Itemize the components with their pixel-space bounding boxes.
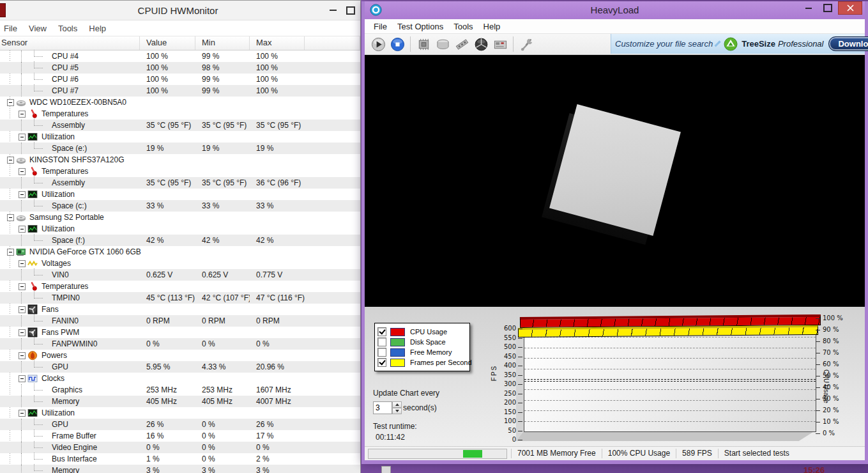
hwmonitor-titlebar[interactable]: CPUID HWMonitor bbox=[0, 1, 360, 20]
cell-max: 33 % bbox=[250, 201, 305, 210]
sensor-row-cpu-6[interactable]: CPU #6100 %99 %100 % bbox=[0, 74, 360, 85]
sensor-row-samsung-s2-portable[interactable]: Samsung S2 Portable bbox=[0, 212, 360, 223]
power-icon bbox=[27, 350, 38, 361]
write-disk-icon[interactable] bbox=[433, 35, 452, 53]
sensor-row-video-engine[interactable]: Video Engine0 %0 %0 % bbox=[0, 442, 360, 453]
download-button[interactable]: Download bbox=[828, 36, 868, 51]
play-button[interactable] bbox=[369, 35, 388, 53]
minimize-button[interactable] bbox=[324, 4, 341, 17]
sensor-row-memory[interactable]: Memory405 MHz405 MHz4007 MHz bbox=[0, 396, 360, 407]
menu-help[interactable]: Help bbox=[478, 20, 506, 33]
expand-box[interactable] bbox=[7, 157, 14, 164]
menu-test-options[interactable]: Test Options bbox=[392, 20, 448, 33]
sensor-row-temperatures[interactable]: Temperatures bbox=[0, 166, 360, 177]
sensor-row-assembly[interactable]: Assembly35 °C (95 °F)35 °C (95 °F)35 °C … bbox=[0, 120, 360, 131]
sensor-row-temperatures[interactable]: Temperatures bbox=[0, 108, 360, 120]
expand-box[interactable] bbox=[19, 283, 26, 290]
menu-help[interactable]: Help bbox=[83, 22, 112, 35]
sensor-row-cpu-7[interactable]: CPU #7100 %99 %100 % bbox=[0, 85, 360, 97]
sensor-row-fanin0[interactable]: FANIN00 RPM0 RPM0 RPM bbox=[0, 315, 360, 327]
sensor-row-fans-pwm[interactable]: Fans PWM bbox=[0, 327, 360, 338]
allocate-memory-icon[interactable] bbox=[452, 35, 471, 53]
sensor-row-kingston-shfs37a120g[interactable]: KINGSTON SHFS37A120G bbox=[0, 154, 360, 166]
sensor-row-nvidia-geforce-gtx-1060-6gb[interactable]: NVIDIA GeForce GTX 1060 6GB bbox=[0, 246, 360, 258]
sensor-row-fans[interactable]: Fans bbox=[0, 304, 360, 315]
heavyload-toolbar: Customize your file search TreeSize Prof… bbox=[365, 34, 865, 55]
sensor-row-temperatures[interactable]: Temperatures bbox=[0, 281, 360, 292]
expand-box[interactable] bbox=[19, 226, 26, 233]
sensor-row-vin0[interactable]: VIN00.625 V0.625 V0.775 V bbox=[0, 269, 360, 281]
minimize-button[interactable] bbox=[800, 1, 818, 15]
expand-box[interactable] bbox=[19, 111, 26, 118]
treesize-ad-banner[interactable]: Customize your file search TreeSize Prof… bbox=[611, 34, 865, 54]
sensor-row-voltages[interactable]: Voltages bbox=[0, 258, 360, 269]
cell-min: 99 % bbox=[195, 52, 250, 61]
expand-box[interactable] bbox=[19, 168, 26, 175]
stress-cpu-icon[interactable] bbox=[414, 35, 433, 53]
sensor-row-memory[interactable]: Memory3 %3 %3 % bbox=[0, 465, 360, 473]
menu-tools[interactable]: Tools bbox=[52, 22, 83, 35]
expand-box[interactable] bbox=[7, 214, 14, 221]
column-header-max[interactable]: Max bbox=[250, 36, 305, 50]
sensor-row-utilization[interactable]: Utilization bbox=[0, 223, 360, 235]
sensor-row-clocks[interactable]: Clocks bbox=[0, 373, 360, 384]
menu-file[interactable]: File bbox=[0, 22, 23, 35]
sensor-row-fanpwmin0[interactable]: FANPWMIN00 %0 %0 % bbox=[0, 338, 360, 350]
left-tick-mark bbox=[518, 421, 522, 422]
sensor-row-gpu[interactable]: GPU5.95 %4.33 %20.96 % bbox=[0, 361, 360, 373]
left-tick-mark bbox=[518, 357, 522, 357]
expand-box[interactable] bbox=[19, 329, 26, 336]
expand-box[interactable] bbox=[7, 249, 14, 256]
sensor-row-bus-interface[interactable]: Bus Interface1 %0 %2 % bbox=[0, 453, 360, 465]
expand-box[interactable] bbox=[19, 375, 26, 382]
cell-min: 0 % bbox=[195, 443, 250, 452]
cell-value: 100 % bbox=[140, 63, 195, 72]
close-button[interactable] bbox=[838, 1, 862, 15]
test-config-icon[interactable] bbox=[491, 35, 510, 53]
cell-max: 26 % bbox=[250, 420, 305, 429]
menu-view[interactable]: View bbox=[23, 22, 52, 35]
stop-button[interactable] bbox=[388, 35, 407, 53]
utilization-icon bbox=[27, 132, 38, 142]
column-header-min[interactable]: Min bbox=[195, 36, 250, 50]
cell-min: 42 % bbox=[195, 236, 250, 245]
tree-guide-line bbox=[21, 200, 22, 212]
heavyload-titlebar[interactable]: HeavyLoad bbox=[365, 1, 865, 19]
sensor-row-utilization[interactable]: Utilization bbox=[0, 189, 360, 200]
expand-box[interactable] bbox=[19, 410, 26, 417]
expand-box[interactable] bbox=[19, 134, 26, 141]
sensor-row-graphics[interactable]: Graphics253 MHz253 MHz1607 MHz bbox=[0, 384, 360, 396]
column-header-value[interactable]: Value bbox=[140, 36, 195, 50]
sensor-row-powers[interactable]: Powers bbox=[0, 350, 360, 361]
maximize-button[interactable] bbox=[819, 1, 837, 15]
test-progress-bar bbox=[368, 449, 507, 459]
menu-tools[interactable]: Tools bbox=[448, 20, 478, 33]
maximize-button[interactable] bbox=[342, 4, 359, 17]
sensor-row-assembly[interactable]: Assembly35 °C (95 °F)35 °C (95 °F)36 °C … bbox=[0, 177, 360, 189]
column-header-sensor[interactable]: Sensor bbox=[0, 36, 140, 50]
cell-min: 42 °C (107 °F) bbox=[195, 293, 250, 302]
sensor-row-space-f-[interactable]: Space (f:)42 %42 %42 % bbox=[0, 235, 360, 246]
expand-box[interactable] bbox=[7, 99, 14, 106]
sensor-cell: NVIDIA GeForce GTX 1060 6GB bbox=[0, 246, 140, 258]
sensor-row-utilization[interactable]: Utilization bbox=[0, 131, 360, 143]
menu-file[interactable]: File bbox=[369, 20, 392, 33]
sensor-row-wdc-wd10ezex-00bn5a0[interactable]: WDC WD10EZEX-00BN5A0 bbox=[0, 97, 360, 108]
sensor-row-cpu-4[interactable]: CPU #4100 %99 %100 % bbox=[0, 50, 360, 62]
sensor-row-gpu[interactable]: GPU26 %0 %26 % bbox=[0, 419, 360, 430]
sensor-row-cpu-5[interactable]: CPU #5100 %98 %100 % bbox=[0, 62, 360, 74]
expand-box[interactable] bbox=[19, 260, 26, 267]
sensor-row-space-e-[interactable]: Space (e:)19 %19 %19 % bbox=[0, 143, 360, 154]
heavyload-window-title: HeavyLoad bbox=[365, 4, 865, 15]
settings-icon[interactable] bbox=[517, 35, 536, 53]
stress-gpu-icon[interactable] bbox=[471, 35, 491, 53]
column-header-empty bbox=[305, 36, 360, 50]
expand-box[interactable] bbox=[19, 191, 26, 198]
sensor-row-utilization[interactable]: Utilization bbox=[0, 407, 360, 419]
tree-guide-line bbox=[21, 338, 22, 350]
expand-box[interactable] bbox=[19, 306, 26, 313]
sensor-row-space-c-[interactable]: Space (c:)33 %33 %33 % bbox=[0, 200, 360, 212]
sensor-row-tmpin0[interactable]: TMPIN045 °C (113 °F)42 °C (107 °F)47 °C … bbox=[0, 292, 360, 304]
expand-box[interactable] bbox=[19, 352, 26, 359]
sensor-row-frame-buffer[interactable]: Frame Buffer16 %0 %17 % bbox=[0, 430, 360, 442]
